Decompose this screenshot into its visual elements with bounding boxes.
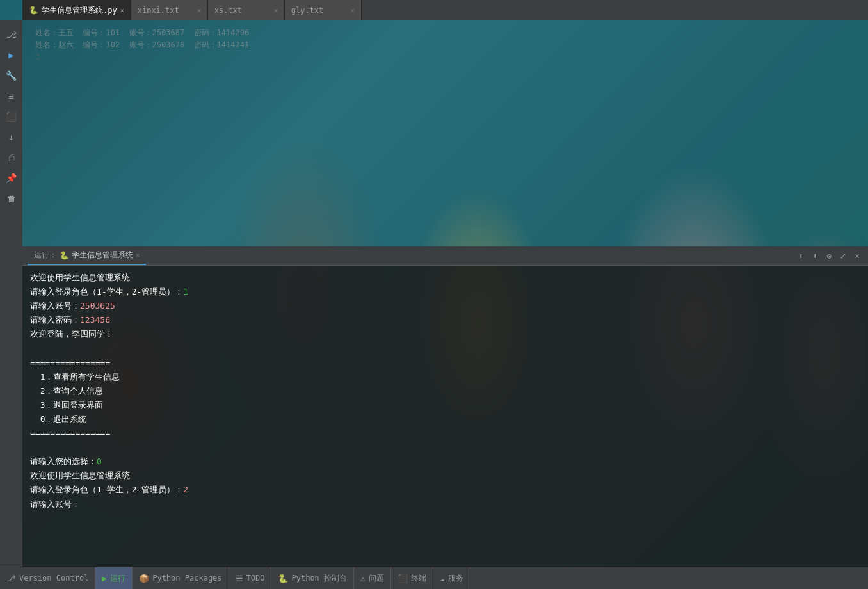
terminal-status-icon: ⬛ xyxy=(398,574,408,583)
download-sidebar-icon[interactable]: ↓ xyxy=(3,128,20,146)
pin-sidebar-icon[interactable]: 📌 xyxy=(3,169,20,187)
terminal-line-menu1: 1．查看所有学生信息 xyxy=(30,370,860,384)
git-sidebar-icon[interactable]: ⎇ xyxy=(3,26,20,44)
todo-status[interactable]: ☰ TODO xyxy=(229,567,272,589)
python-packages-status[interactable]: 📦 Python Packages xyxy=(133,567,229,589)
terminal-settings[interactable]: ⚙ xyxy=(823,250,835,262)
wrench-sidebar-icon[interactable]: 🔧 xyxy=(3,67,20,85)
run-status-label: 运行 xyxy=(110,573,125,584)
todo-status-icon: ☰ xyxy=(236,574,243,583)
version-control-status[interactable]: ⎇ Version Control xyxy=(0,567,95,589)
xinxi-tab-close[interactable]: × xyxy=(197,7,201,14)
terminal-panel: 运行： 🐍 学生信息管理系统 × ⬆ ⬇ ⚙ ⤢ × 欢迎使用学生信息管理系统 … xyxy=(22,246,868,567)
run-terminal-tab[interactable]: 运行： 🐍 学生信息管理系统 × xyxy=(28,246,146,265)
python-console-status[interactable]: 🐍 Python 控制台 xyxy=(271,567,354,589)
run-tab-title: 学生信息管理系统 xyxy=(72,250,133,261)
terminal-line-choice-prompt: 请输入您的选择：0 xyxy=(30,455,860,469)
terminal-controls: ⬆ ⬇ ⚙ ⤢ × xyxy=(795,250,863,262)
terminal-close-panel[interactable]: × xyxy=(851,250,863,262)
trash-sidebar-icon[interactable]: 🗑 xyxy=(3,190,20,207)
run-label: 运行： xyxy=(34,250,57,261)
terminal-line-welcome2: 欢迎使用学生信息管理系统 xyxy=(30,469,860,483)
terminal-line-divider1: ================ xyxy=(30,356,860,370)
tab-py-file[interactable]: 🐍 学生信息管理系统.py × xyxy=(22,0,131,20)
bookmarks-sidebar-icon[interactable]: ≡ xyxy=(3,87,20,105)
terminal-content[interactable]: 欢迎使用学生信息管理系统 请输入登录角色（1-学生，2-管理员）：1 请输入账号… xyxy=(22,266,868,567)
python-packages-label: Python Packages xyxy=(152,574,221,583)
problems-status[interactable]: ⚠ 问题 xyxy=(354,567,391,589)
terminal-line-password-prompt: 请输入密码：123456 xyxy=(30,313,860,327)
gly-tab-close[interactable]: × xyxy=(351,7,355,14)
xs-tab-label: xs.txt xyxy=(214,6,242,15)
terminal-line-welcome: 欢迎使用学生信息管理系统 xyxy=(30,271,860,285)
py-tab-close[interactable]: × xyxy=(120,7,124,14)
terminal-line-account2-prompt: 请输入账号： xyxy=(30,497,860,512)
version-control-label: Version Control xyxy=(19,574,88,583)
todo-status-label: TODO xyxy=(246,574,265,583)
version-control-icon: ⎇ xyxy=(6,574,16,583)
terminal-line-role-prompt: 请输入登录角色（1-学生，2-管理员）：1 xyxy=(30,285,860,299)
py-tab-icon: 🐍 xyxy=(29,6,38,15)
tab-bar: 🐍 学生信息管理系统.py × xinxi.txt × xs.txt × gly… xyxy=(22,0,868,20)
python-console-icon: 🐍 xyxy=(278,574,288,583)
run-status-icon: ▶ xyxy=(102,574,107,583)
terminal-line-menu2: 2．查询个人信息 xyxy=(30,384,860,398)
xinxi-tab-label: xinxi.txt xyxy=(138,6,179,15)
code-line-2: 姓名：赵六 编号：102 账号：2503678 密码：1414241 xyxy=(35,39,855,51)
run-status-btn[interactable]: ▶ 运行 xyxy=(95,567,133,589)
python-packages-icon: 📦 xyxy=(139,574,149,583)
services-status[interactable]: ☁ 服务 xyxy=(433,567,470,589)
tab-gly-file[interactable]: gly.txt × xyxy=(285,0,362,20)
sidebar: ⎇ ▶ 🔧 ≡ ⬛ ↓ ⎙ 📌 🗑 xyxy=(0,20,22,567)
xs-tab-close[interactable]: × xyxy=(274,7,278,14)
run-sidebar-icon[interactable]: ▶ xyxy=(3,46,20,64)
code-line-1: 姓名：王五 编号：101 账号：2503687 密码：1414296 xyxy=(35,27,855,39)
terminal-status-label: 终端 xyxy=(411,573,426,584)
terminal-line-menu3: 3．退回登录界面 xyxy=(30,398,860,412)
terminal-tab-bar: 运行： 🐍 学生信息管理系统 × ⬆ ⬇ ⚙ ⤢ × xyxy=(22,246,868,266)
print-sidebar-icon[interactable]: ⎙ xyxy=(3,149,20,166)
terminal-line-welcome-user: 欢迎登陆，李四同学！ xyxy=(30,327,860,341)
gly-tab-label: gly.txt xyxy=(291,6,324,15)
terminal-expand[interactable]: ⤢ xyxy=(837,250,849,262)
problems-label: 问题 xyxy=(369,573,384,584)
terminal-scroll-up[interactable]: ⬆ xyxy=(795,250,807,262)
terminal-line-role2-prompt: 请输入登录角色（1-学生，2-管理员）：2 xyxy=(30,483,860,497)
problems-icon: ⚠ xyxy=(360,574,366,583)
tab-xinxi-file[interactable]: xinxi.txt × xyxy=(131,0,208,20)
code-line-3: 3 xyxy=(35,51,855,63)
run-tab-close[interactable]: × xyxy=(136,252,140,259)
tab-xs-file[interactable]: xs.txt × xyxy=(208,0,285,20)
services-label: 服务 xyxy=(448,573,463,584)
todo-sidebar-icon[interactable]: ⬛ xyxy=(3,108,20,125)
terminal-line-empty2 xyxy=(30,440,860,455)
status-bar: ⎇ Version Control ▶ 运行 📦 Python Packages… xyxy=(0,567,868,589)
terminal-scroll-down[interactable]: ⬇ xyxy=(809,250,821,262)
services-icon: ☁ xyxy=(440,574,445,583)
python-console-label: Python 控制台 xyxy=(291,573,347,584)
terminal-line-empty1 xyxy=(30,341,860,355)
terminal-status[interactable]: ⬛ 终端 xyxy=(391,567,433,589)
terminal-line-menu0: 0．退出系统 xyxy=(30,412,860,426)
py-tab-label: 学生信息管理系统.py xyxy=(42,5,117,16)
terminal-line-divider2: ================ xyxy=(30,426,860,440)
terminal-line-account-prompt: 请输入账号：2503625 xyxy=(30,299,860,313)
run-py-icon: 🐍 xyxy=(60,251,69,260)
